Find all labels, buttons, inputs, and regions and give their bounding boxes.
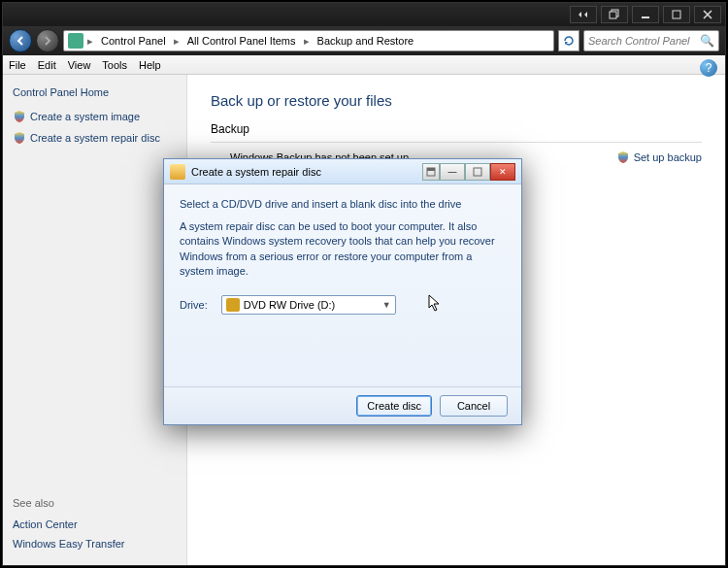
setup-backup-label: Set up backup [634,151,702,163]
drive-label: Drive: [180,299,208,311]
help-icon[interactable]: ? [700,59,717,77]
navigation-bar: ▸ Control Panel ▸ All Control Panel Item… [3,26,725,55]
control-panel-icon [68,33,83,49]
sidebar: Control Panel Home Create a system image… [3,75,187,565]
chevron-right-icon: ▸ [170,35,183,48]
titlebar-button-minimize[interactable] [632,6,659,23]
shield-icon [13,131,26,145]
sidebar-link-label: Create a system image [30,111,140,122]
search-input[interactable] [588,35,700,47]
dialog-icon [170,164,185,180]
search-box[interactable]: 🔍 [583,30,719,51]
drive-row: Drive: DVD RW Drive (D:) ▼ [180,295,506,315]
window-frame: ▸ Control Panel ▸ All Control Panel Item… [2,2,726,566]
drive-select-value: DVD RW Drive (D:) [244,299,336,311]
menu-file[interactable]: File [9,59,26,71]
dialog-titlebar[interactable]: Create a system repair disc — ✕ [164,159,521,184]
menu-tools[interactable]: Tools [102,59,127,71]
titlebar-button-close[interactable] [694,6,721,23]
svg-rect-1 [610,12,616,18]
disc-drive-icon [226,298,240,312]
breadcrumb[interactable]: ▸ Control Panel ▸ All Control Panel Item… [63,30,554,51]
menu-help[interactable]: Help [139,59,161,71]
dialog-maximize-button[interactable] [465,163,490,181]
dialog-close-button[interactable]: ✕ [490,163,515,181]
dialog-button-row: Create disc Cancel [164,386,521,424]
drive-select[interactable]: DVD RW Drive (D:) ▼ [221,295,396,315]
chevron-down-icon: ▼ [382,300,391,310]
forward-button[interactable] [36,29,59,52]
section-divider [211,142,702,143]
shield-icon [13,110,26,123]
menu-edit[interactable]: Edit [38,59,56,71]
see-also-action-center[interactable]: Action Center [13,518,177,530]
titlebar-button-restore-down[interactable] [601,6,628,23]
menu-view[interactable]: View [68,59,91,71]
refresh-button[interactable] [558,30,579,51]
repair-disc-dialog: Create a system repair disc — ✕ Select a… [163,158,522,425]
see-also-heading: See also [13,497,177,509]
breadcrumb-leaf[interactable]: Backup and Restore [314,35,418,47]
search-icon: 🔍 [700,34,714,48]
section-heading: Backup [211,122,702,136]
sidebar-link-system-image[interactable]: Create a system image [13,110,177,123]
outer-titlebar [3,3,725,26]
chevron-right-icon: ▸ [83,35,97,48]
sidebar-home-link[interactable]: Control Panel Home [13,86,177,98]
svg-rect-2 [642,17,649,18]
create-disc-button[interactable]: Create disc [356,395,432,417]
svg-rect-6 [474,168,481,176]
dialog-window-controls: — ✕ [422,163,515,181]
dialog-description: A system repair disc can be used to boot… [180,219,506,280]
cancel-button[interactable]: Cancel [440,395,508,417]
svg-rect-5 [427,168,435,171]
breadcrumb-root[interactable]: Control Panel [97,35,170,47]
setup-backup-link[interactable]: Set up backup [616,150,702,164]
svg-rect-3 [673,11,680,18]
chevron-right-icon: ▸ [300,35,314,48]
dialog-hide-button[interactable] [422,163,440,181]
page-title: Back up or restore your files [211,92,702,109]
back-button[interactable] [9,29,32,52]
titlebar-button-maximize[interactable] [663,6,690,23]
shield-icon [616,150,630,164]
dialog-instruction: Select a CD/DVD drive and insert a blank… [180,198,506,210]
sidebar-link-repair-disc[interactable]: Create a system repair disc [13,131,177,145]
dialog-title: Create a system repair disc [191,166,416,178]
titlebar-button-dual-arrows[interactable] [570,6,597,23]
dialog-minimize-button[interactable]: — [440,163,465,181]
breadcrumb-mid[interactable]: All Control Panel Items [183,35,300,47]
dialog-body: Select a CD/DVD drive and insert a blank… [164,184,521,386]
sidebar-link-label: Create a system repair disc [30,132,160,144]
see-also-easy-transfer[interactable]: Windows Easy Transfer [13,538,177,550]
menu-bar: File Edit View Tools Help [3,55,725,75]
